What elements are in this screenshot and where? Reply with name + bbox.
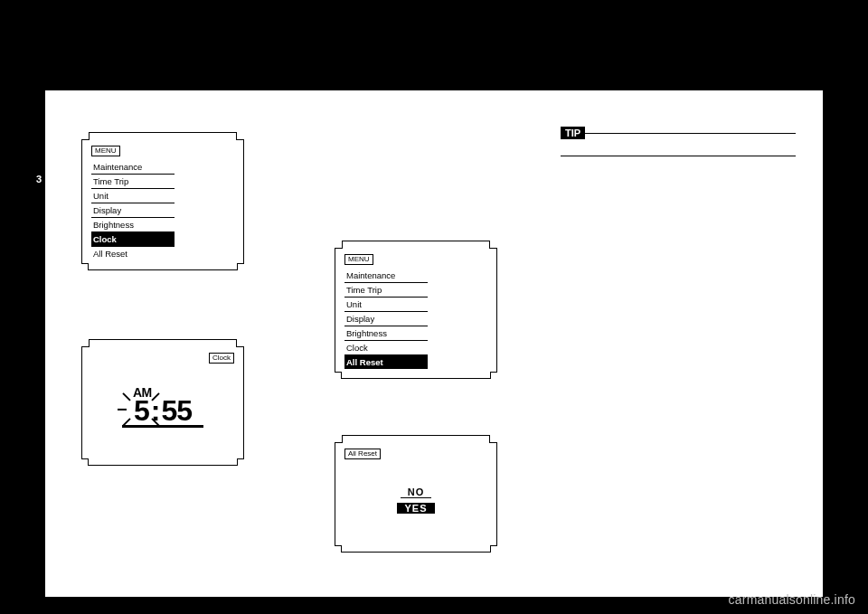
reset-option-no[interactable]: NO xyxy=(401,486,432,498)
clock-digits: 5 :55 xyxy=(91,398,234,423)
lcd-screen-menu-allreset: MENU Maintenance Time Trip Unit Display … xyxy=(335,241,497,379)
menu-item-brightness[interactable]: Brightness xyxy=(344,326,428,341)
menu-item-maintenance[interactable]: Maintenance xyxy=(344,269,428,283)
menu-item-all-reset[interactable]: All Reset xyxy=(91,247,175,260)
menu-list: Maintenance Time Trip Unit Display Brigh… xyxy=(91,160,175,260)
clock-minute-value: 55 xyxy=(161,394,192,427)
menu-item-all-reset[interactable]: All Reset xyxy=(344,355,428,369)
lcd-screen-all-reset-confirm: All Reset NO YES xyxy=(335,435,497,553)
column-2: MENU Maintenance Time Trip Unit Display … xyxy=(335,127,570,571)
menu-item-clock[interactable]: Clock xyxy=(91,232,175,247)
reset-options: NO YES xyxy=(344,463,487,539)
tip-bottom-rule xyxy=(561,156,796,156)
watermark: carmanualsonline.info xyxy=(729,592,855,607)
lcd-screen-menu-clock: MENU Maintenance Time Trip Unit Display … xyxy=(81,132,244,270)
menu-item-display[interactable]: Display xyxy=(344,312,428,326)
clock-colon: : xyxy=(149,394,162,427)
column-1: MENU Maintenance Time Trip Unit Display … xyxy=(81,127,316,484)
menu-item-display[interactable]: Display xyxy=(91,203,175,218)
screen-title: Clock xyxy=(209,353,234,364)
menu-item-maintenance[interactable]: Maintenance xyxy=(91,160,175,175)
tip-label: TIP xyxy=(561,127,585,139)
svg-line-0 xyxy=(123,393,130,401)
clock-face: AM 5 :55 xyxy=(91,367,234,451)
clock-hour-value: 5 xyxy=(134,394,149,427)
menu-item-time-trip[interactable]: Time Trip xyxy=(91,175,175,189)
tip-rule xyxy=(585,133,796,134)
menu-item-unit[interactable]: Unit xyxy=(91,189,175,203)
menu-item-clock[interactable]: Clock xyxy=(344,341,428,355)
column-3: TIP xyxy=(561,127,796,156)
menu-item-unit[interactable]: Unit xyxy=(344,298,428,312)
menu-item-brightness[interactable]: Brightness xyxy=(91,218,175,232)
chapter-tab: 3 xyxy=(33,170,45,188)
tip-header: TIP xyxy=(561,127,796,139)
menu-item-time-trip[interactable]: Time Trip xyxy=(344,283,428,298)
screen-title: All Reset xyxy=(344,449,381,459)
reset-option-yes[interactable]: YES xyxy=(397,503,434,514)
screen-title: MENU xyxy=(91,146,120,156)
menu-list: Maintenance Time Trip Unit Display Brigh… xyxy=(344,269,428,369)
lcd-screen-clock-set: Clock AM 5 xyxy=(81,339,244,466)
screen-title: MENU xyxy=(344,254,373,265)
clock-hour-flashing[interactable]: 5 xyxy=(134,398,149,423)
manual-page: 3 MENU Maintenance Time Trip Unit Displa… xyxy=(45,90,823,597)
